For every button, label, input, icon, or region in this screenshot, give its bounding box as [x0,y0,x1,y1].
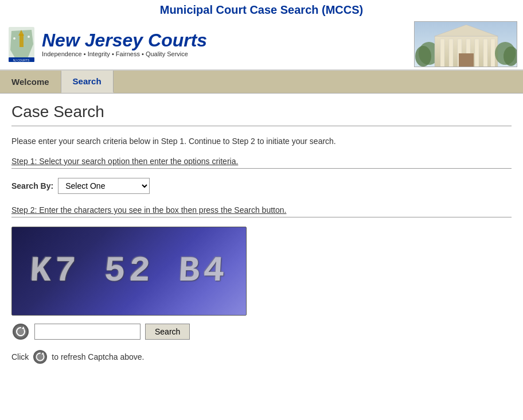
refresh-captcha-button[interactable] [11,322,30,341]
tab-search[interactable]: Search [61,71,114,93]
search-by-select[interactable]: Select One Defendant Name Case Number Li… [58,178,150,194]
step2-label: Step 2: Enter the characters you see in … [11,205,286,215]
step1-header: Step 1: Select your search option then e… [11,157,512,169]
click-label: Click [11,352,29,361]
captcha-text: K7 52 B4 [29,251,229,291]
intro-text: Please enter your search criteria below … [11,135,512,147]
svg-marker-24 [42,352,45,355]
search-button[interactable]: Search [145,324,190,340]
refresh-note: Click to refresh Captcha above. [11,350,512,364]
logo-area: NJ COURTS New Jersey Courts Independence… [6,24,207,64]
nj-courts-logo-icon: NJ COURTS [6,24,37,64]
captcha-input[interactable] [34,324,140,340]
org-tagline: Independence • Integrity • Fairness • Qu… [42,50,207,57]
svg-rect-2 [19,34,24,47]
svg-rect-18 [483,39,487,67]
svg-point-10 [415,46,431,67]
org-name-area: New Jersey Courts Independence • Integri… [42,31,207,57]
svg-text:NJ COURTS: NJ COURTS [13,59,30,62]
search-by-row: Search By: Select One Defendant Name Cas… [11,178,512,194]
refresh-note-text: to refresh Captcha above. [52,352,144,361]
svg-point-4 [13,37,15,40]
captcha-input-row: Search [11,322,512,341]
svg-rect-17 [475,39,479,67]
tab-welcome[interactable]: Welcome [0,71,61,92]
header-main: NJ COURTS New Jersey Courts Independence… [0,19,523,71]
refresh-icon [13,324,29,340]
svg-point-5 [28,36,30,38]
svg-marker-23 [22,326,25,329]
step1-label: Step 1: Select your search option then e… [11,157,238,166]
page-title: Case Search [11,103,512,126]
building-image [414,21,517,67]
captcha-image: K7 52 B4 [11,227,247,316]
header-top: Municipal Court Case Search (MCCS) [0,0,523,19]
search-by-label: Search By: [11,181,53,190]
svg-rect-19 [491,39,495,67]
captcha-section: K7 52 B4 Search Click [11,227,512,364]
svg-rect-14 [449,39,453,67]
app-title: Municipal Court Case Search (MCCS) [0,3,523,17]
refresh-note-icon [33,350,47,364]
org-name: New Jersey Courts [42,31,207,49]
nav-bar: Welcome Search [0,71,523,94]
step2-header: Step 2: Enter the characters you see in … [11,205,512,217]
svg-rect-13 [440,39,444,67]
svg-rect-20 [459,53,474,67]
main-content: Case Search Please enter your search cri… [0,94,523,373]
